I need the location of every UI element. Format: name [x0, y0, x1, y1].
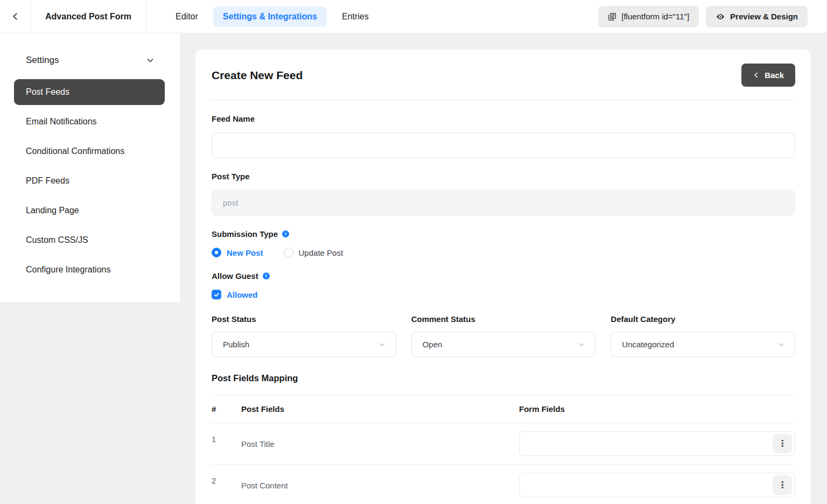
- preview-design-label: Preview & Design: [730, 12, 798, 21]
- nav-back-button[interactable]: [0, 0, 31, 33]
- post-content-form-field-input[interactable]: ⋮: [519, 473, 795, 498]
- post-status-select[interactable]: Publish: [212, 332, 396, 357]
- default-category-label: Default Category: [611, 314, 795, 324]
- create-feed-card: Create New Feed Back Feed Name Post Type…: [195, 50, 811, 504]
- sidebar-item-post-feeds[interactable]: Post Feeds: [14, 79, 165, 105]
- comment-status-group: Comment Status Open: [411, 314, 596, 357]
- submission-type-label-text: Submission Type: [212, 229, 278, 239]
- sidebar-item-pdf-feeds[interactable]: PDF Feeds: [14, 168, 165, 194]
- tab-entries[interactable]: Entries: [334, 6, 376, 27]
- kebab-menu-icon[interactable]: ⋮: [773, 434, 792, 453]
- post-status-label: Post Status: [212, 314, 396, 324]
- default-category-select[interactable]: Uncategorized: [611, 332, 795, 357]
- sidebar-item-landing-page[interactable]: Landing Page: [14, 198, 165, 223]
- top-navigation-bar: Advanced Post Form Editor Settings & Int…: [0, 0, 827, 33]
- radio-new-post[interactable]: New Post: [212, 248, 263, 257]
- post-fields-mapping-title: Post Fields Mapping: [212, 373, 795, 383]
- info-icon[interactable]: i: [263, 272, 270, 279]
- column-header-number: #: [212, 404, 241, 414]
- submission-type-label: Submission Type i: [212, 229, 795, 239]
- default-category-group: Default Category Uncategorized: [611, 314, 795, 357]
- default-category-value: Uncategorized: [622, 340, 674, 349]
- radio-unselected-icon: [284, 248, 293, 257]
- column-header-post-fields: Post Fields: [241, 404, 519, 414]
- kebab-menu-icon[interactable]: ⋮: [773, 475, 792, 495]
- radio-selected-icon: [212, 248, 221, 257]
- post-status-group: Post Status Publish: [212, 314, 396, 357]
- post-status-value: Publish: [223, 340, 249, 349]
- sidebar-header-label: Settings: [26, 55, 59, 66]
- radio-new-post-label: New Post: [227, 248, 263, 257]
- chevron-down-icon: [777, 341, 785, 348]
- chevron-down-icon: [379, 341, 386, 348]
- header-divider: [212, 100, 795, 100]
- chevron-left-icon: [11, 12, 20, 21]
- back-button-label: Back: [765, 71, 784, 80]
- comment-status-value: Open: [423, 340, 443, 349]
- table-row: 2 Post Content ⋮: [212, 465, 795, 504]
- eye-icon: [716, 12, 725, 22]
- radio-update-post[interactable]: Update Post: [284, 248, 344, 257]
- settings-sidebar: Settings Post Feeds Email Notifications …: [0, 33, 180, 302]
- sidebar-item-conditional-confirmations[interactable]: Conditional Confirmations: [14, 138, 165, 164]
- allow-guest-label-text: Allow Guest: [212, 271, 258, 281]
- preview-design-button[interactable]: Preview & Design: [706, 6, 808, 27]
- comment-status-label: Comment Status: [411, 314, 596, 324]
- sidebar-item-email-notifications[interactable]: Email Notifications: [14, 109, 165, 135]
- column-header-form-fields: Form Fields: [519, 404, 795, 414]
- main-content: Create New Feed Back Feed Name Post Type…: [180, 33, 827, 504]
- feed-name-input[interactable]: [212, 132, 795, 158]
- checkbox-checked-icon: [212, 290, 221, 299]
- chevron-down-icon: [146, 56, 155, 65]
- post-type-label: Post Type: [212, 172, 795, 181]
- table-row: 1 Post Title ⋮: [212, 423, 795, 465]
- post-title-form-field-input[interactable]: ⋮: [519, 431, 795, 456]
- chevron-down-icon: [578, 341, 585, 348]
- mapping-table-header: # Post Fields Form Fields: [212, 395, 795, 423]
- page-layout: Settings Post Feeds Email Notifications …: [0, 33, 827, 504]
- allow-guest-options: Allowed: [212, 290, 795, 299]
- sidebar-settings-header[interactable]: Settings: [0, 33, 180, 66]
- card-header: Create New Feed Back: [212, 50, 795, 100]
- nav-tabs: Editor Settings & Integrations Entries: [168, 0, 376, 33]
- sidebar-item-configure-integrations[interactable]: Configure Integrations: [14, 257, 165, 283]
- tab-settings-integrations[interactable]: Settings & Integrations: [213, 6, 327, 27]
- post-content-field-label: Post Content: [241, 481, 519, 490]
- shortcode-label: [fluentform id="11"]: [621, 12, 689, 21]
- copy-shortcode-icon: [608, 12, 616, 21]
- sidebar-nav: Post Feeds Email Notifications Condition…: [0, 79, 180, 283]
- allowed-checkbox[interactable]: Allowed: [212, 290, 258, 299]
- sidebar-item-custom-css-js[interactable]: Custom CSS/JS: [14, 227, 165, 253]
- comment-status-select[interactable]: Open: [411, 332, 596, 357]
- tab-editor[interactable]: Editor: [168, 6, 206, 27]
- topbar-actions: [fluentform id="11"] Preview & Design: [598, 0, 827, 33]
- page-title: Create New Feed: [212, 69, 303, 82]
- post-type-input: [212, 190, 795, 215]
- radio-update-post-label: Update Post: [299, 248, 344, 257]
- submission-type-options: New Post Update Post: [212, 248, 795, 257]
- status-selects-row: Post Status Publish Comment Status Open …: [212, 314, 795, 357]
- back-button[interactable]: Back: [741, 64, 795, 87]
- post-title-field-label: Post Title: [241, 439, 519, 449]
- chevron-left-icon: [753, 72, 760, 79]
- info-icon[interactable]: i: [282, 230, 289, 237]
- allow-guest-label: Allow Guest i: [212, 271, 795, 281]
- row-number: 2: [212, 476, 241, 485]
- row-number: 1: [212, 435, 241, 444]
- form-title: Advanced Post Form: [31, 0, 146, 33]
- allowed-checkbox-label: Allowed: [227, 290, 258, 299]
- feed-name-label: Feed Name: [212, 114, 795, 123]
- shortcode-button[interactable]: [fluentform id="11"]: [598, 6, 699, 27]
